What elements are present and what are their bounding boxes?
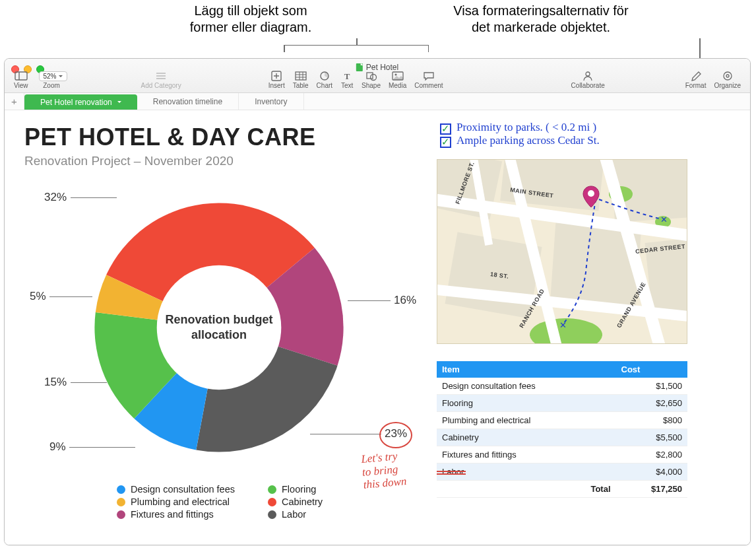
- svg-point-20: [724, 72, 732, 80]
- comment-button[interactable]: Comment: [410, 71, 447, 89]
- legend-item: Flooring: [268, 484, 323, 495]
- labor-underline-annotation: [437, 471, 466, 476]
- legend-item: Labor: [268, 509, 323, 520]
- handwritten-note: Let's tryto bringthis down: [361, 449, 408, 491]
- table-row[interactable]: Flooring$2,650: [437, 395, 687, 412]
- table-total-row: Total $17,250: [437, 481, 687, 498]
- table-icon: [294, 71, 307, 81]
- table-header-row: Item Cost: [437, 361, 687, 378]
- titlebar: Pet Hotel View 52% Zoom Add Category Ins…: [5, 59, 750, 93]
- checklist-item: ✓Ample parking across Cedar St.: [440, 134, 600, 147]
- callout-bracket-left: [284, 45, 429, 52]
- pct-9: 9%: [49, 440, 66, 454]
- list-icon: [154, 71, 168, 81]
- chart-legend: Design consultation fees Flooring Plumbi…: [117, 484, 323, 520]
- chart-title: Renovation budget allocation: [160, 312, 278, 343]
- table-button[interactable]: Table: [289, 71, 313, 89]
- table-row[interactable]: Cabinetry$5,500: [437, 429, 687, 446]
- svg-text:✕: ✕: [559, 320, 567, 330]
- numbers-window: Pet Hotel View 52% Zoom Add Category Ins…: [4, 58, 751, 545]
- organize-icon: [721, 71, 734, 81]
- donut-chart[interactable]: Renovation budget allocation: [84, 192, 354, 463]
- map-illustration: ✕ ✕ FILLMORE ST. MAIN STREET CEDAR STREE…: [437, 159, 687, 344]
- legend-item: Fixtures and fittings: [117, 509, 235, 520]
- shape-button[interactable]: Shape: [358, 71, 385, 89]
- chart-button[interactable]: Chart: [313, 71, 336, 89]
- svg-text:✕: ✕: [660, 215, 668, 224]
- checkbox-icon: ✓: [440, 123, 451, 135]
- svg-rect-0: [15, 72, 27, 80]
- page-title: PET HOTEL & DAY CARE: [24, 123, 730, 151]
- svg-point-21: [726, 75, 729, 77]
- sheet-tabs: + Pet Hotel renovation Renovation timeli…: [5, 93, 750, 110]
- view-icon: [15, 71, 28, 81]
- collaborate-button[interactable]: Collaborate: [567, 71, 609, 89]
- col-item: Item: [437, 361, 616, 378]
- organize-button[interactable]: Organize: [710, 71, 745, 89]
- col-cost: Cost: [616, 361, 688, 378]
- add-sheet-button[interactable]: +: [5, 93, 24, 110]
- sheet-tab-2[interactable]: Renovation timeline: [137, 93, 239, 110]
- format-button[interactable]: Format: [681, 71, 710, 89]
- text-icon: T: [340, 71, 354, 81]
- pct-5: 5%: [30, 290, 46, 303]
- plus-box-icon: [270, 71, 283, 81]
- svg-point-19: [586, 72, 590, 76]
- sheet-canvas[interactable]: PET HOTEL & DAY CARE Renovation Project …: [5, 110, 750, 545]
- pct-16: 16%: [394, 294, 416, 307]
- svg-point-25: [588, 190, 594, 197]
- media-icon: [391, 71, 404, 81]
- help-callouts: Lägg till objekt somformer eller diagram…: [0, 0, 756, 58]
- chart-icon: [318, 71, 331, 81]
- brush-icon: [689, 71, 703, 81]
- cost-table[interactable]: Item Cost Design consultation fees$1,500…: [437, 361, 687, 498]
- legend-item: Cabinetry: [268, 497, 323, 507]
- text-button[interactable]: T Text: [336, 71, 358, 89]
- pct-15: 15%: [44, 376, 67, 389]
- svg-text:T: T: [344, 71, 350, 81]
- callout-format: Visa formateringsalternativ fördet marke…: [422, 3, 660, 36]
- view-button[interactable]: View: [10, 71, 32, 89]
- handwritten-checklist: ✓Proximity to parks. ( < 0.2 mi ) ✓Ample…: [440, 121, 600, 147]
- svg-point-16: [370, 75, 376, 81]
- checklist-item: ✓Proximity to parks. ( < 0.2 mi ): [440, 121, 600, 134]
- zoom-control[interactable]: 52% Zoom: [32, 71, 71, 89]
- svg-point-18: [394, 74, 396, 76]
- comment-icon: [422, 71, 435, 81]
- sheet-tab-3[interactable]: Inventory: [239, 93, 303, 110]
- add-category-button[interactable]: Add Category: [137, 71, 185, 89]
- pct-32: 32%: [44, 191, 67, 204]
- svg-rect-8: [296, 72, 306, 80]
- sheet-tab-active[interactable]: Pet Hotel renovation: [24, 94, 137, 110]
- callout-insert: Lägg till objekt somformer eller diagram…: [152, 3, 350, 36]
- table-row[interactable]: Fixtures and fittings$2,800: [437, 446, 687, 464]
- legend-item: Plumbing and electrical: [117, 497, 235, 507]
- checkbox-icon: ✓: [440, 137, 451, 148]
- table-row[interactable]: Design consultation fees$1,500: [437, 378, 687, 395]
- legend-item: Design consultation fees: [117, 484, 235, 495]
- collaborate-icon: [581, 71, 594, 81]
- toolbar: View 52% Zoom Add Category Insert Table: [5, 71, 750, 91]
- map-pin-icon: [579, 185, 603, 209]
- shape-icon: [365, 71, 378, 81]
- media-button[interactable]: Media: [385, 71, 410, 89]
- annotation-circle: [379, 422, 412, 448]
- insert-button[interactable]: Insert: [265, 71, 289, 89]
- table-row[interactable]: Plumbing and electrical$800: [437, 412, 687, 429]
- table-row[interactable]: Labor$4,000: [437, 464, 687, 481]
- svg-rect-15: [367, 73, 373, 79]
